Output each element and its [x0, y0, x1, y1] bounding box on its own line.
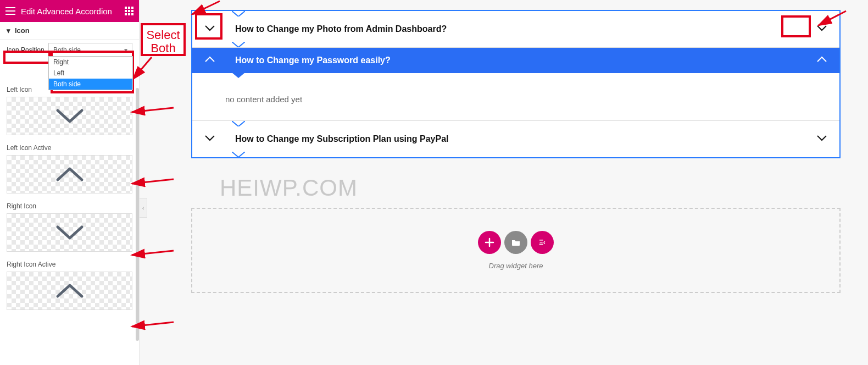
chevron-up-icon [53, 281, 86, 301]
editor-sidebar: Edit Advanced Accordion ▾ Icon Icon Posi… [0, 0, 140, 365]
chevron-down-icon [816, 134, 827, 144]
accordion-notch [232, 121, 245, 126]
editor-canvas: How to Change my Photo from Admin Dashbo… [147, 0, 868, 365]
sidebar-scrollbar[interactable] [136, 88, 139, 341]
elementskit-button[interactable]: Ξ‹ [531, 231, 554, 254]
accordion-body: no content added yet [192, 78, 839, 120]
sidebar-collapse-handle[interactable]: ‹ [140, 198, 147, 218]
icon-position-dropdown: Right Left Both side [48, 56, 133, 90]
right-icon-active-preview[interactable] [7, 272, 132, 310]
plus-icon [485, 237, 494, 247]
right-icon-preview[interactable] [7, 213, 132, 252]
chevron-down-icon [816, 24, 827, 34]
accordion-notch [232, 42, 245, 47]
right-icon-label: Right Icon [0, 197, 139, 213]
left-icon-preview[interactable] [7, 97, 132, 135]
accordion-notch [232, 11, 245, 16]
add-template-button[interactable] [504, 231, 527, 254]
accordion-header-2[interactable]: How to Change my Password easily? [192, 48, 839, 73]
section-icon-toggle[interactable]: ▾ Icon [0, 22, 139, 40]
accordion-item: How to Change my Password easily? no con… [192, 48, 839, 121]
drop-widget-area[interactable]: Ξ‹ Drag widget here [191, 208, 841, 293]
accordion-title: How to Change my Password easily? [235, 56, 391, 65]
icon-position-value: Both side [53, 46, 81, 54]
accordion-title: How to Change my Photo from Admin Dashbo… [235, 24, 447, 34]
accordion-notch [232, 73, 245, 78]
add-section-button[interactable] [478, 231, 501, 254]
chevron-up-icon [816, 56, 827, 65]
accordion-header-1[interactable]: How to Change my Photo from Admin Dashbo… [192, 16, 839, 42]
chevron-down-icon [53, 223, 86, 242]
accordion-notch [232, 152, 245, 157]
caret-down-icon: ▾ [7, 26, 10, 35]
hamburger-icon[interactable] [5, 7, 15, 15]
left-icon-active-label: Left Icon Active [0, 139, 139, 155]
right-icon-active-label: Right Icon Active [0, 255, 139, 272]
chevron-down-icon [53, 106, 86, 126]
advanced-accordion-widget[interactable]: How to Change my Photo from Admin Dashbo… [191, 10, 841, 158]
chevron-down-icon [204, 134, 215, 144]
accordion-item: How to Change my Photo from Admin Dashbo… [192, 16, 839, 48]
ek-icon: Ξ‹ [537, 237, 548, 248]
svg-marker-0 [232, 73, 245, 78]
widgets-grid-icon[interactable] [125, 7, 133, 15]
icon-position-row: Icon Position Both side ▾ Right Left Bot… [0, 40, 139, 58]
icon-position-option-right[interactable]: Right [49, 57, 132, 68]
accordion-title: How to Change my Subscription Plan using… [235, 134, 449, 144]
chevron-down-icon [204, 24, 215, 34]
section-icon-label: Icon [15, 26, 30, 35]
icon-position-option-left[interactable]: Left [49, 68, 132, 79]
accordion-item: How to Change my Subscription Plan using… [192, 121, 839, 157]
sidebar-title: Edit Advanced Accordion [21, 7, 112, 16]
chevron-up-icon [53, 164, 86, 184]
sidebar-header: Edit Advanced Accordion [0, 0, 139, 22]
icon-position-select[interactable]: Both side ▾ [48, 43, 132, 57]
icon-position-option-both[interactable]: Both side [49, 79, 132, 90]
chevron-up-icon [204, 56, 215, 65]
accordion-header-3[interactable]: How to Change my Subscription Plan using… [192, 126, 839, 152]
left-icon-active-preview[interactable] [7, 155, 132, 193]
chevron-down-icon: ▾ [124, 46, 127, 54]
icon-position-label: Icon Position [7, 46, 48, 54]
folder-icon [511, 237, 521, 247]
drop-label: Drag widget here [489, 262, 543, 270]
svg-text:Ξ‹: Ξ‹ [539, 239, 546, 246]
drop-buttons: Ξ‹ [478, 231, 554, 254]
